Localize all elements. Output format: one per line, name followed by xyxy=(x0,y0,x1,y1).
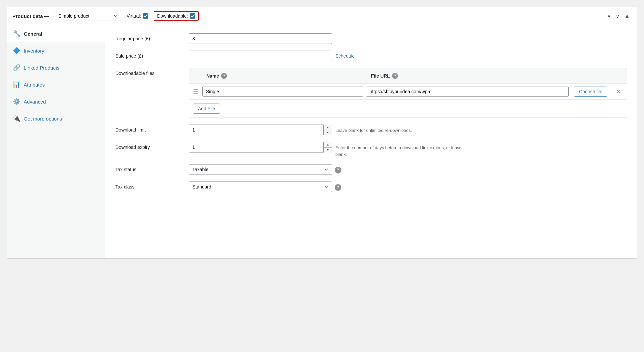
plugin-icon: 🔌 xyxy=(13,115,20,122)
download-expiry-wrapper: ▲ ▼ xyxy=(189,142,332,153)
sidebar-item-attributes[interactable]: 📊 Attributes xyxy=(7,76,105,93)
name-help-icon[interactable]: ? xyxy=(221,73,227,79)
download-expiry-label: Download expiry xyxy=(115,142,182,150)
downloadable-checkbox[interactable] xyxy=(190,13,195,19)
tax-status-label: Tax status xyxy=(115,164,182,172)
sidebar-label-get-more-options[interactable]: Get more options xyxy=(24,116,62,122)
downloadable-checkbox-label: Downloadable: xyxy=(154,11,199,21)
remove-file-col: ✕ xyxy=(610,88,627,96)
gear-icon: ⚙️ xyxy=(13,98,20,105)
link-icon: 🔗 xyxy=(13,64,20,71)
tax-class-label: Tax class xyxy=(115,181,182,189)
product-type-select[interactable]: Simple product xyxy=(55,11,121,21)
tax-class-row: Tax class StandardReduced rateZero rate … xyxy=(115,181,627,192)
sale-price-row: Sale price (£) Schedule xyxy=(115,51,627,61)
sale-price-field: Schedule xyxy=(189,51,627,61)
download-limit-label: Download limit xyxy=(115,125,182,133)
header-arrows: ∧ ∨ ▲ xyxy=(605,12,632,21)
regular-price-field xyxy=(189,33,627,44)
wrench-icon: 🔧 xyxy=(13,30,20,37)
sidebar-item-general[interactable]: 🔧 General xyxy=(7,25,105,42)
add-file-row: Add File xyxy=(189,100,627,118)
tax-status-row: Tax status TaxableShipping onlyNone ? xyxy=(115,164,627,175)
sidebar-item-advanced[interactable]: ⚙️ Advanced xyxy=(7,93,105,110)
downloadable-files-row: Downloadable files Name ? File URL xyxy=(115,68,627,118)
tax-class-field: StandardReduced rateZero rate ? xyxy=(189,181,341,192)
download-limit-input[interactable] xyxy=(189,125,332,135)
tax-status-select[interactable]: TaxableShipping onlyNone xyxy=(189,164,332,175)
dl-file-row: ☰ Choose file ✕ xyxy=(189,84,627,100)
download-limit-field: ▲ ▼ Leave blank for unlimited re-downloa… xyxy=(189,125,627,135)
arrow-down-button[interactable]: ∨ xyxy=(614,12,622,21)
download-expiry-input[interactable] xyxy=(189,142,332,153)
regular-price-input[interactable] xyxy=(189,33,332,44)
product-data-title: Product data — xyxy=(12,13,49,19)
dl-files-header: Name ? File URL ? xyxy=(189,68,627,84)
drag-handle[interactable]: ☰ xyxy=(189,88,202,95)
diamond-icon: 🔷 xyxy=(13,47,20,54)
dl-name-input[interactable] xyxy=(202,87,363,97)
download-limit-wrapper: ▲ ▼ xyxy=(189,125,332,135)
collapse-button[interactable]: ▲ xyxy=(622,12,632,21)
download-limit-spinners: ▲ ▼ xyxy=(323,125,332,135)
sidebar-label-linked-products[interactable]: Linked Products xyxy=(24,65,60,71)
tax-status-help-icon[interactable]: ? xyxy=(335,167,341,174)
product-data-body: 🔧 General 🔷 Inventory 🔗 Linked Products … xyxy=(7,25,637,258)
chart-icon: 📊 xyxy=(13,81,20,88)
download-expiry-down[interactable]: ▼ xyxy=(324,148,332,153)
downloadable-files-table: Name ? File URL ? ☰ xyxy=(189,68,627,118)
virtual-checkbox-label: Virtual: xyxy=(127,13,148,19)
download-expiry-field: ▲ ▼ Enter the number of days before a do… xyxy=(189,142,627,158)
regular-price-row: Regular price (£) xyxy=(115,33,627,44)
drag-col-header xyxy=(189,71,202,81)
download-limit-down[interactable]: ▼ xyxy=(324,130,332,136)
sale-price-input[interactable] xyxy=(189,51,332,61)
sidebar-label-inventory[interactable]: Inventory xyxy=(24,48,44,54)
schedule-link[interactable]: Schedule xyxy=(335,51,355,59)
remove-file-button[interactable]: ✕ xyxy=(610,88,627,96)
choose-file-button[interactable]: Choose file xyxy=(574,87,607,97)
download-limit-up[interactable]: ▲ xyxy=(324,125,332,130)
content-area: Regular price (£) Sale price (£) Schedul… xyxy=(105,25,637,258)
downloadable-files-label: Downloadable files xyxy=(115,68,182,76)
dl-url-input[interactable] xyxy=(366,87,569,97)
name-col-header: Name ? xyxy=(202,71,367,81)
sidebar-label-general[interactable]: General xyxy=(24,31,42,37)
product-data-panel: Product data — Simple product Virtual: D… xyxy=(7,7,637,259)
sidebar-item-get-more-options[interactable]: 🔌 Get more options xyxy=(7,110,105,127)
url-col-header: File URL ? xyxy=(367,71,610,81)
download-expiry-up[interactable]: ▲ xyxy=(324,142,332,148)
tax-class-select[interactable]: StandardReduced rateZero rate xyxy=(189,181,332,192)
url-help-icon[interactable]: ? xyxy=(392,73,398,79)
regular-price-label: Regular price (£) xyxy=(115,33,182,41)
tax-class-help-icon[interactable]: ? xyxy=(335,184,341,191)
sidebar-item-inventory[interactable]: 🔷 Inventory xyxy=(7,42,105,59)
download-limit-hint: Leave blank for unlimited re-downloads. xyxy=(335,125,412,134)
download-expiry-spinners: ▲ ▼ xyxy=(323,142,332,153)
download-limit-row: Download limit ▲ ▼ Leave blank for unlim… xyxy=(115,125,627,135)
add-file-button[interactable]: Add File xyxy=(193,104,220,114)
download-expiry-hint: Enter the number of days before a downlo… xyxy=(335,142,462,158)
action-col-header xyxy=(610,71,627,81)
sidebar-label-advanced[interactable]: Advanced xyxy=(24,99,46,105)
sidebar: 🔧 General 🔷 Inventory 🔗 Linked Products … xyxy=(7,25,105,258)
virtual-checkbox[interactable] xyxy=(143,13,148,19)
download-expiry-row: Download expiry ▲ ▼ Enter the number of … xyxy=(115,142,627,158)
sidebar-item-linked-products[interactable]: 🔗 Linked Products xyxy=(7,59,105,76)
downloadable-files-field: Name ? File URL ? ☰ xyxy=(189,68,627,118)
product-data-header: Product data — Simple product Virtual: D… xyxy=(7,7,637,25)
sale-price-label: Sale price (£) xyxy=(115,51,182,59)
arrow-up-button[interactable]: ∧ xyxy=(605,12,613,21)
tax-status-field: TaxableShipping onlyNone ? xyxy=(189,164,341,175)
sidebar-label-attributes[interactable]: Attributes xyxy=(24,82,45,88)
